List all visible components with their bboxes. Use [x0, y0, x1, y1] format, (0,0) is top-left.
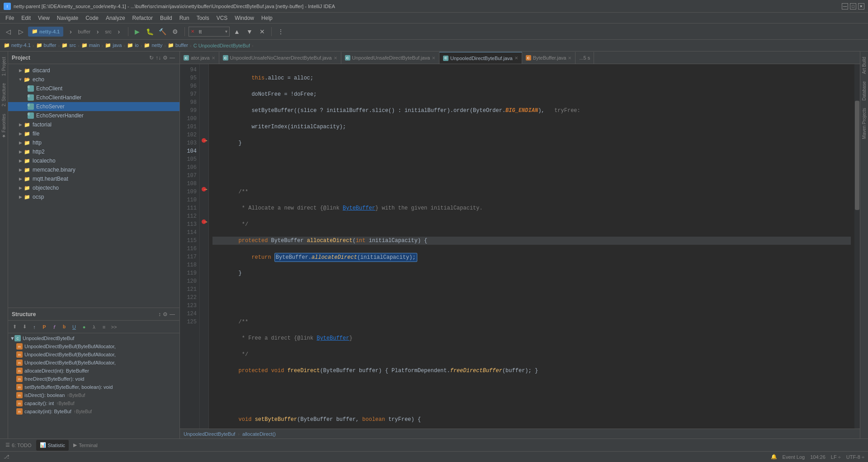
- bottom-breadcrumb-class[interactable]: UnpooledDirectByteBuf: [184, 431, 235, 437]
- tab-more[interactable]: ...5 s: [576, 52, 594, 64]
- menu-tools[interactable]: Tools: [193, 14, 213, 22]
- tab-close-ator[interactable]: ✕: [212, 56, 215, 61]
- structure-minimize-icon[interactable]: —: [169, 310, 176, 318]
- tab-bytebuffer[interactable]: C ByteBuffer.java ✕: [522, 52, 576, 64]
- next-result-button[interactable]: ▼: [244, 26, 255, 37]
- menu-navigate[interactable]: Navigate: [53, 14, 82, 22]
- tab-unsafenocleaner[interactable]: C UnpooledUnsafeNoCleanerDirectByteBuf.j…: [219, 52, 341, 64]
- struct-method-2[interactable]: m UnpooledDirectByteBuf(ByteBufAllocator…: [8, 350, 179, 359]
- tree-item-echoserver[interactable]: C EchoServer: [8, 102, 179, 111]
- breadcrumb-buffer[interactable]: 📁 buffer: [36, 42, 57, 48]
- menu-window[interactable]: Window: [231, 14, 258, 22]
- event-log-label[interactable]: Event Log: [783, 454, 805, 460]
- tab-close-bytebuffer[interactable]: ✕: [568, 56, 571, 61]
- tree-item-factorial[interactable]: ▶ 📁 factorial: [8, 120, 179, 129]
- back-button[interactable]: ◁: [3, 26, 14, 37]
- maximize-button[interactable]: □: [850, 3, 856, 9]
- run-button[interactable]: ▶: [132, 26, 143, 37]
- menu-build[interactable]: Build: [156, 14, 176, 22]
- menu-help[interactable]: Help: [258, 14, 276, 22]
- search-box[interactable]: ✕ ▾: [189, 27, 230, 37]
- tab-unpooldirect[interactable]: C UnpooledDirectByteBuf.java ✕: [439, 52, 522, 64]
- struct-method-1[interactable]: m UnpooledDirectByteBuf(ByteBufAllocator…: [8, 342, 179, 350]
- project-sync-icon[interactable]: ↻: [148, 54, 155, 62]
- struct-method-capacity-int[interactable]: m capacity(int): ByteBuf ↑ByteBuf: [8, 407, 179, 415]
- project-minimize-icon[interactable]: —: [169, 54, 176, 62]
- menu-edit[interactable]: Edit: [18, 14, 34, 22]
- build-button[interactable]: 🔨: [157, 26, 168, 37]
- tab-close-unsafedirect[interactable]: ✕: [432, 56, 435, 61]
- tab-structure[interactable]: 2: Structure: [0, 79, 7, 110]
- breadcrumb-buffer2[interactable]: 📁 buffer: [168, 42, 188, 48]
- tab-ator[interactable]: C ator.java ✕: [180, 52, 219, 64]
- project-collapse-icon[interactable]: ↑↓: [155, 54, 162, 62]
- bottom-tab-todo[interactable]: ☰ 6: TODO: [2, 440, 35, 451]
- breadcrumb-nav1[interactable]: ›: [65, 26, 76, 37]
- tree-item-localecho[interactable]: ▶ 📁 localecho: [8, 156, 179, 165]
- breadcrumb-nav2[interactable]: ›: [92, 26, 103, 37]
- struct-sort-asc[interactable]: ⬆: [10, 322, 19, 331]
- tree-item-echo[interactable]: ▼ 📂 echo: [8, 75, 179, 84]
- struct-align-icon[interactable]: ≡: [99, 322, 108, 331]
- struct-filter-u[interactable]: U: [70, 322, 79, 331]
- structure-settings-icon[interactable]: ⚙: [162, 310, 169, 318]
- menu-vcs[interactable]: VCS: [213, 14, 231, 22]
- tree-item-mqtt[interactable]: ▶ 📁 mqtt.heartBeat: [8, 174, 179, 183]
- menu-refactor[interactable]: Refactor: [129, 14, 156, 22]
- bottom-tab-statistic[interactable]: 📊 Statistic: [36, 440, 69, 451]
- tree-item-http[interactable]: ▶ 📁 http: [8, 138, 179, 147]
- breadcrumb-netty[interactable]: 📁 netty: [144, 42, 162, 48]
- struct-method-free[interactable]: m freeDirect(ByteBuffer): void: [8, 375, 179, 383]
- minimize-button[interactable]: —: [842, 3, 848, 9]
- breadcrumb-project[interactable]: 📁 netty-4.1: [4, 42, 31, 48]
- window-controls[interactable]: — □ ✕: [842, 3, 864, 9]
- tree-item-echoclienthandler[interactable]: C EchoClientHandler: [8, 93, 179, 102]
- tree-item-ocsp[interactable]: ▶ 📁 ocsp: [8, 192, 179, 201]
- bottom-breadcrumb-method[interactable]: allocateDirect(): [242, 431, 276, 437]
- struct-method-3[interactable]: m UnpooledDirectByteBuf(ByteBufAllocator…: [8, 359, 179, 367]
- tree-item-discard[interactable]: ▶ 📁 discard: [8, 66, 179, 75]
- more-actions-button[interactable]: ⋮: [275, 26, 286, 37]
- structure-sort-icon[interactable]: ↕: [157, 310, 162, 318]
- breadcrumb-io[interactable]: 📁 io: [127, 42, 139, 48]
- forward-button[interactable]: ▷: [15, 26, 26, 37]
- right-tab-maven[interactable]: Maven Projects: [861, 104, 868, 143]
- tab-close-unsafenocleaner[interactable]: ✕: [334, 56, 337, 61]
- debug-button[interactable]: 🐛: [145, 26, 156, 37]
- breadcrumb-main[interactable]: 📁 main: [81, 42, 100, 48]
- code-content[interactable]: this.alloc = alloc; doNotFree = !doFree;…: [209, 64, 854, 429]
- tab-close-unpooldirect[interactable]: ✕: [514, 56, 518, 61]
- struct-filter-f[interactable]: f: [50, 322, 59, 331]
- tab-project[interactable]: 1: Project: [0, 53, 7, 79]
- right-tab-artbuild[interactable]: Art Build: [861, 53, 868, 78]
- menu-analyze[interactable]: Analyze: [102, 14, 129, 22]
- close-search-button[interactable]: ✕: [257, 26, 268, 37]
- breadcrumb-nav3[interactable]: ›: [113, 26, 124, 37]
- struct-method-setbyte[interactable]: m setByteBuffer(ByteBuffer, boolean): vo…: [8, 383, 179, 391]
- breadcrumb-src[interactable]: 📁 src: [61, 42, 76, 48]
- bottom-tab-terminal[interactable]: ▶ Terminal: [70, 440, 101, 451]
- struct-root-item[interactable]: ▼ C UnpooledDirectByteBuf: [8, 334, 179, 342]
- tree-item-echoserverhandler[interactable]: C EchoServerHandler: [8, 111, 179, 120]
- struct-sort-desc[interactable]: ⬇: [20, 322, 29, 331]
- tree-item-http2[interactable]: ▶ 📁 http2: [8, 147, 179, 156]
- struct-method-isdirect[interactable]: m isDirect(): boolean ↑ByteBuf: [8, 391, 179, 399]
- project-settings-icon[interactable]: ⚙: [162, 54, 169, 62]
- encoding-indicator[interactable]: UTF-8 ÷: [846, 454, 864, 460]
- struct-method-capacity[interactable]: m capacity(): int ↑ByteBuf: [8, 399, 179, 407]
- menu-file[interactable]: File: [2, 14, 18, 22]
- struct-filter-p[interactable]: P: [40, 322, 49, 331]
- tab-unsafedirect[interactable]: C UnpooledUnsafeDirectByteBuf.java ✕: [341, 52, 439, 64]
- struct-inherit-up[interactable]: ↑: [30, 322, 39, 331]
- right-tab-database[interactable]: Database: [861, 78, 868, 104]
- vertical-scrollbar[interactable]: [854, 64, 860, 429]
- search-input[interactable]: [196, 28, 223, 35]
- struct-filter-b[interactable]: b: [60, 322, 69, 331]
- breadcrumb-java[interactable]: 📁 java: [105, 42, 122, 48]
- menu-view[interactable]: View: [34, 14, 53, 22]
- struct-more-icon[interactable]: >>: [109, 322, 118, 331]
- prev-result-button[interactable]: ▲: [231, 26, 242, 37]
- tree-item-objectecho[interactable]: ▶ 📁 objectecho: [8, 183, 179, 192]
- tree-item-memcache[interactable]: ▶ 📁 memcache.binary: [8, 165, 179, 174]
- lf-indicator[interactable]: LF ÷: [831, 454, 841, 460]
